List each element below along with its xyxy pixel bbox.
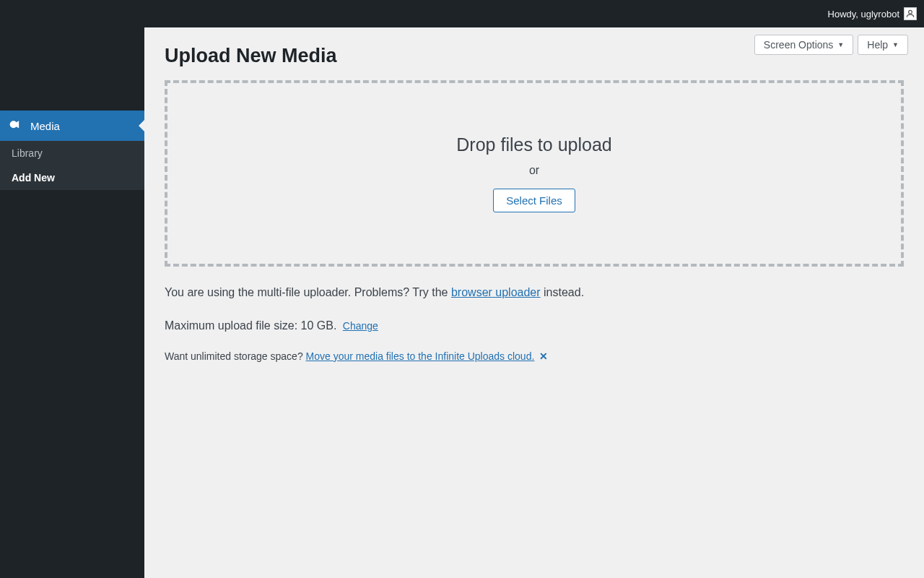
- screen-options-button[interactable]: Screen Options ▼: [754, 35, 853, 55]
- max-size-prefix: Maximum upload file size:: [165, 319, 301, 332]
- help-button[interactable]: Help ▼: [858, 35, 908, 55]
- browser-uploader-link[interactable]: browser uploader: [451, 286, 541, 298]
- upload-dropzone[interactable]: Drop files to upload or Select Files: [165, 80, 904, 267]
- select-files-button[interactable]: Select Files: [493, 189, 575, 212]
- howdy-user[interactable]: Howdy, uglyrobot: [828, 7, 917, 20]
- uploader-info-suffix: instead.: [541, 286, 584, 298]
- admin-sidebar: Media Library Add New: [0, 27, 144, 578]
- screen-options-label: Screen Options: [764, 39, 834, 51]
- change-link[interactable]: Change: [343, 320, 378, 332]
- chevron-down-icon: ▼: [892, 41, 899, 48]
- max-size-value: 10 GB.: [301, 319, 337, 332]
- media-submenu: Library Add New: [0, 141, 144, 190]
- howdy-text: Howdy, uglyrobot: [828, 9, 899, 20]
- promo-prefix: Want unlimited storage space?: [165, 350, 306, 362]
- uploader-info: You are using the multi-file uploader. P…: [165, 284, 904, 301]
- sidebar-media-label: Media: [30, 120, 60, 132]
- uploader-info-prefix: You are using the multi-file uploader. P…: [165, 286, 451, 298]
- svg-point-0: [909, 10, 912, 14]
- admin-topbar: Howdy, uglyrobot: [0, 0, 924, 27]
- submenu-library[interactable]: Library: [0, 141, 144, 165]
- drop-instructions: Drop files to upload: [456, 134, 611, 155]
- submenu-add-new[interactable]: Add New: [0, 165, 144, 190]
- chevron-down-icon: ▼: [837, 41, 844, 48]
- media-icon: [9, 118, 23, 133]
- infinite-uploads-link[interactable]: Move your media files to the Infinite Up…: [306, 350, 535, 362]
- main-content: Screen Options ▼ Help ▼ Upload New Media…: [144, 27, 924, 578]
- or-text: or: [529, 164, 539, 177]
- promo-line: Want unlimited storage space? Move your …: [165, 350, 904, 362]
- max-upload-info: Maximum upload file size: 10 GB. Change: [165, 317, 904, 335]
- help-label: Help: [867, 39, 888, 51]
- dismiss-icon[interactable]: ✕: [539, 350, 548, 362]
- avatar: [904, 7, 917, 20]
- screen-meta-links: Screen Options ▼ Help ▼: [754, 35, 908, 55]
- svg-point-1: [10, 121, 17, 128]
- sidebar-item-media[interactable]: Media: [0, 111, 144, 141]
